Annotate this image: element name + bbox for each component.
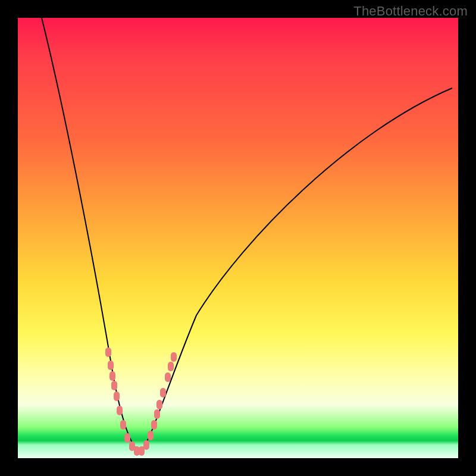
plot-area [18,18,458,458]
data-marker [111,381,117,390]
data-marker [143,440,149,450]
curve-left-branch [42,18,140,452]
data-marker [168,362,174,371]
data-marker [109,371,115,381]
data-marker [148,431,154,440]
curve-right-branch [140,88,452,452]
data-marker [165,372,171,382]
data-marker [171,352,177,362]
data-marker [120,420,126,430]
data-marker [160,388,166,397]
data-marker [117,406,123,415]
outer-frame: TheBottleneck.com [0,0,476,476]
data-marker [124,433,130,443]
data-marker [114,392,120,401]
data-marker [105,347,111,357]
chart-svg [18,18,458,458]
marker-group [105,347,177,456]
data-marker [151,420,157,430]
watermark-text: TheBottleneck.com [353,4,468,19]
data-marker [108,361,114,370]
data-marker [154,409,160,419]
data-marker [156,400,162,409]
